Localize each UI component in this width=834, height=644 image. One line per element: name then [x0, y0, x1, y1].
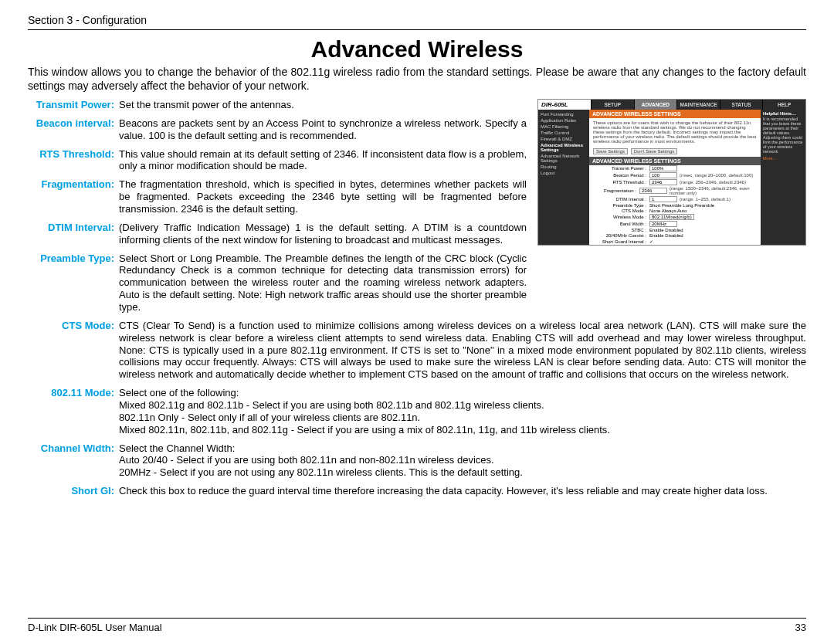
label-dtim-interval: DTIM Interval: — [28, 222, 114, 246]
ss-save-button: Save Settings — [593, 148, 628, 154]
label-preamble-type: Preamble Type: — [28, 253, 114, 314]
ss-row-label: Transmit Power : — [592, 166, 649, 171]
ss-row-val: Enable Disabled — [649, 233, 683, 238]
ss-side-item: Logout — [541, 170, 587, 176]
val-transmit-power: Set the transmit power of the antennas. — [119, 99, 527, 111]
ss-hints: Helpful Hints… It is recommended that yo… — [761, 110, 805, 245]
ss-row-val: 100% — [649, 165, 677, 171]
divider-top — [28, 29, 806, 30]
val-rts-threshold: This value should remain at its default … — [119, 148, 527, 173]
val-beacon-interval: Beacons are packets sent by an Access Po… — [119, 117, 527, 142]
ss-row-label: Wireless Mode : — [592, 215, 649, 219]
label-transmit-power: Transmit Power: — [28, 99, 114, 111]
ss-row-label: Preamble Type : — [592, 203, 649, 208]
label-80211-mode: 802.11 Mode: — [28, 387, 114, 436]
label-short-gi: Short GI: — [28, 485, 114, 497]
val-80211-mode: Select one of the following: Mixed 802.1… — [119, 387, 806, 436]
ss-row-label: 20/40MHz Coexist : — [592, 233, 649, 238]
val-preamble-type: Select Short or Long Preamble. The Pream… — [119, 253, 527, 314]
ss-row-label: CTS Mode : — [592, 208, 649, 213]
ss-row-hint: (range: 256~2346, default:2346) — [680, 180, 746, 185]
section-header: Section 3 - Configuration — [28, 14, 806, 26]
divider-bottom — [28, 618, 806, 619]
ss-side-item: Advanced Network Settings — [541, 153, 587, 164]
ss-row-val: 20MHz — [649, 221, 677, 227]
ss-row-val: 2346 — [649, 179, 677, 185]
ss-row-val: 100 — [649, 172, 677, 178]
ss-row-val: 2346 — [639, 188, 667, 194]
ss-side-item: MAC Filtering — [541, 124, 587, 130]
ss-tab-maintenance: MAINTENANCE — [676, 100, 720, 110]
ss-row-hint: (range: 1~255, default:1) — [680, 197, 731, 202]
ss-title1: ADVANCED WIRELESS SETTINGS — [589, 110, 761, 118]
ss-row-label: STBC : — [592, 228, 649, 232]
definitions-upper: Transmit Power: Set the transmit power o… — [28, 99, 527, 314]
ss-side-item: Port Forwarding — [541, 111, 587, 117]
ss-row-val: 1 — [649, 196, 677, 202]
val-fragmentation: The fragmentation threshold, which is sp… — [119, 178, 527, 215]
ss-main: ADVANCED WIRELESS SETTINGS These options… — [589, 110, 761, 245]
val-cts-mode: CTS (Clear To Send) is a function used t… — [119, 320, 806, 381]
label-fragmentation: Fragmentation: — [28, 178, 114, 215]
ss-tab-setup: SETUP — [591, 100, 634, 110]
ss-row-label: Band Width : — [592, 222, 649, 226]
ss-row-label: Fragmentation : — [592, 188, 639, 193]
ss-row-val: Short Preamble Long Preamble — [649, 203, 714, 208]
ss-row-val: 802.11Mixed(n/g/b) — [649, 214, 694, 220]
ss-side-item: Traffic Control — [541, 130, 587, 136]
ss-logo: DIR-605L — [538, 100, 591, 110]
val-channel-width: Select the Channel Width: Auto 20/40 - S… — [119, 442, 806, 480]
ss-side-item: Routing — [541, 164, 587, 170]
ss-tab-help: HELP — [762, 100, 805, 110]
ss-row-val: None Always Auto — [649, 208, 687, 213]
label-beacon-interval: Beacon interval: — [28, 117, 114, 142]
ss-dont-save-button: Don't Save Settings — [631, 148, 678, 154]
ss-row-label: Beacon Period : — [592, 173, 649, 178]
router-screenshot: DIR-605L SETUP ADVANCED MAINTENANCE STAT… — [537, 99, 806, 246]
label-rts-threshold: RTS Threshold: — [28, 148, 114, 173]
ss-hints-title: Helpful Hints… — [763, 111, 803, 116]
ss-title2: ADVANCED WIRELESS SETTINGS — [589, 157, 761, 165]
ss-row-hint: (msec, range:20~1000, default:100) — [680, 173, 753, 178]
ss-row-val: ✓ — [649, 239, 653, 244]
footer-page: 33 — [795, 622, 806, 633]
ss-hints-body: It is recommended that you leave these p… — [763, 117, 803, 154]
intro-text: This window allows you to change the beh… — [28, 66, 806, 93]
ss-hints-more: More… — [763, 156, 803, 161]
val-dtim-interval: (Delivery Traffic Indication Message) 1 … — [119, 222, 527, 246]
ss-sidebar: Port Forwarding Application Rules MAC Fi… — [538, 110, 589, 245]
page-title: Advanced Wireless — [28, 36, 806, 63]
val-short-gi: Check this box to reduce the guard inter… — [119, 485, 806, 497]
ss-row-label: DTIM Interval : — [592, 197, 649, 202]
label-channel-width: Channel Width: — [28, 442, 114, 480]
ss-tab-advanced: ADVANCED — [634, 100, 677, 110]
ss-row-hint: (range: 1500~2346, default:2346, even nu… — [670, 186, 758, 195]
footer-manual: D-Link DIR-605L User Manual — [28, 622, 162, 633]
ss-side-item: Firewall & DMZ — [541, 136, 587, 142]
footer: D-Link DIR-605L User Manual 33 — [28, 618, 806, 633]
ss-row-label: RTS Threshold : — [592, 180, 649, 185]
ss-side-item: Application Rules — [541, 117, 587, 124]
ss-row-label: Short Guard Interval : — [592, 239, 649, 244]
definitions-lower: CTS Mode: CTS (Clear To Send) is a funct… — [28, 320, 806, 497]
ss-row-val: Enable Disabled — [649, 228, 683, 232]
label-cts-mode: CTS Mode: — [28, 320, 114, 381]
ss-side-item-selected: Advanced Wireless Settings — [541, 142, 587, 153]
ss-desc: These options are for users that wish to… — [589, 118, 761, 146]
ss-tab-status: STATUS — [720, 100, 763, 110]
